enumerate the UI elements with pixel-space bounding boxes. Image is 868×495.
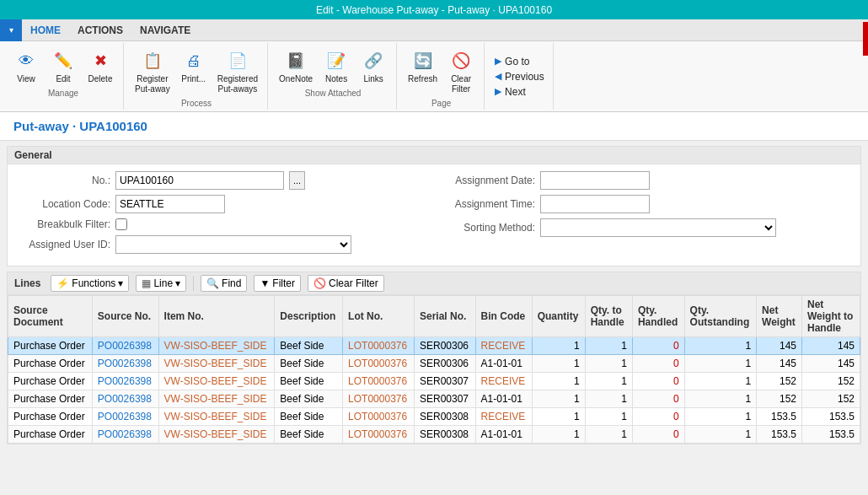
menu-actions[interactable]: ACTIONS <box>69 21 131 40</box>
table-cell: SER00307 <box>414 373 475 390</box>
table-cell: Beef Side <box>275 390 343 408</box>
notes-button[interactable]: 📝 Notes <box>319 45 354 87</box>
previous-button[interactable]: ◀ Previous <box>491 69 548 84</box>
table-cell: Purchase Order <box>8 337 93 355</box>
page-group-label: Page <box>431 99 451 108</box>
no-row: No.: ... <box>18 171 426 190</box>
col-header-serial-no: Serial No. <box>414 296 475 337</box>
menu-home[interactable]: HOME <box>22 21 69 40</box>
assigned-user-label: Assigned User ID: <box>18 239 110 250</box>
edit-icon: ✏️ <box>50 47 77 74</box>
sorting-method-select[interactable] <box>540 218 776 237</box>
table-row[interactable]: Purchase OrderPO0026398VW-SISO-BEEF_SIDE… <box>8 390 860 408</box>
lines-clear-filter-button[interactable]: 🚫 Clear Filter <box>308 275 384 292</box>
table-row[interactable]: Purchase OrderPO0026398VW-SISO-BEEF_SIDE… <box>8 337 860 355</box>
table-cell: VW-SISO-BEEF_SIDE <box>158 355 275 373</box>
edit-button[interactable]: ✏️ Edit <box>46 45 81 87</box>
table-cell: 153.5 <box>802 408 860 426</box>
table-cell: LOT0000376 <box>343 373 415 390</box>
table-cell: 145 <box>802 355 860 373</box>
table-cell: 1 <box>532 390 585 408</box>
accent-bar <box>863 22 868 56</box>
table-cell: 1 <box>684 373 757 390</box>
location-code-input[interactable] <box>115 195 225 213</box>
table-cell: A1-01-01 <box>475 426 532 444</box>
functions-button[interactable]: ⚡ Functions ▾ <box>51 275 129 292</box>
clear-filter-button[interactable]: 🚫 ClearFilter <box>443 45 479 97</box>
table-row[interactable]: Purchase OrderPO0026398VW-SISO-BEEF_SIDE… <box>8 408 860 426</box>
ribbon: 👁 View ✏️ Edit ✖ Delete Manage 📋 Registe… <box>0 41 868 112</box>
previous-arrow-icon: ◀ <box>495 71 501 82</box>
goto-arrow-icon: ▶ <box>495 56 501 67</box>
refresh-label: Refresh <box>408 74 437 84</box>
ribbon-group-manage: 👁 View ✏️ Edit ✖ Delete Manage <box>3 43 124 110</box>
next-arrow-icon: ▶ <box>495 86 501 97</box>
refresh-button[interactable]: 🔄 Refresh <box>404 45 442 87</box>
register-putaway-button[interactable]: 📋 RegisterPut-away <box>131 45 174 97</box>
table-cell: VW-SISO-BEEF_SIDE <box>158 337 275 355</box>
view-icon: 👁 <box>13 47 40 74</box>
no-input[interactable] <box>115 171 284 190</box>
assignment-date-label: Assignment Date: <box>442 175 535 186</box>
delete-icon: ✖ <box>87 47 114 74</box>
line-button[interactable]: ▦ Line ▾ <box>136 275 186 292</box>
no-label: No.: <box>18 175 110 186</box>
table-cell: Beef Side <box>275 337 343 355</box>
menu-navigate[interactable]: NAVIGATE <box>131 21 199 40</box>
general-section-header[interactable]: General <box>8 147 860 164</box>
delete-button[interactable]: ✖ Delete <box>83 45 118 87</box>
table-cell: 152 <box>802 390 860 408</box>
lines-section-label: Lines <box>14 277 40 289</box>
assignment-time-row: Assignment Time: <box>442 195 850 213</box>
breakbulk-checkbox[interactable] <box>115 218 127 230</box>
refresh-icon: 🔄 <box>410 47 437 74</box>
table-cell: SER00306 <box>414 355 475 373</box>
table-cell: 1 <box>585 355 632 373</box>
view-button[interactable]: 👁 View <box>8 45 44 87</box>
assigned-user-select[interactable] <box>115 235 351 254</box>
col-header-net-weight: NetWeight <box>757 296 802 337</box>
general-right-column: Assignment Date: Assignment Time: Sortin… <box>442 171 850 259</box>
line-arrow-icon: ▾ <box>175 277 180 289</box>
next-button[interactable]: ▶ Next <box>491 84 548 100</box>
goto-label: Go to <box>505 56 529 67</box>
table-cell: 1 <box>532 355 585 373</box>
manage-buttons: 👁 View ✏️ Edit ✖ Delete <box>8 45 118 87</box>
table-cell: Purchase Order <box>8 390 93 408</box>
table-cell: Beef Side <box>275 408 343 426</box>
menu-arrow-btn[interactable]: ▾ <box>0 19 22 41</box>
table-cell: 1 <box>684 426 757 444</box>
table-row[interactable]: Purchase OrderPO0026398VW-SISO-BEEF_SIDE… <box>8 426 860 444</box>
table-row[interactable]: Purchase OrderPO0026398VW-SISO-BEEF_SIDE… <box>8 355 860 373</box>
next-label: Next <box>505 86 526 98</box>
no-ellipsis-button[interactable]: ... <box>289 171 305 190</box>
links-button[interactable]: 🔗 Links <box>356 45 391 87</box>
line-label: Line <box>153 277 173 289</box>
print-button[interactable]: 🖨 Print... <box>176 45 212 87</box>
table-cell: Purchase Order <box>8 355 93 373</box>
table-cell: Purchase Order <box>8 408 93 426</box>
col-header-qty-handle: Qty. toHandle <box>585 296 632 337</box>
filter-button[interactable]: ▼ Filter <box>254 275 301 292</box>
table-cell: PO0026398 <box>92 373 158 390</box>
registered-icon: 📄 <box>224 47 251 74</box>
assignment-date-input[interactable] <box>540 171 650 190</box>
menu-bar: ▾ HOME ACTIONS NAVIGATE <box>0 19 868 41</box>
title-bar: Edit - Warehouse Put-away - Put-away · U… <box>0 0 868 19</box>
assigned-user-row: Assigned User ID: <box>18 235 426 254</box>
clear-filter-icon: 🚫 <box>447 47 474 74</box>
table-row[interactable]: Purchase OrderPO0026398VW-SISO-BEEF_SIDE… <box>8 373 860 390</box>
lines-clear-filter-label: Clear Filter <box>329 277 378 289</box>
find-label: Find <box>222 277 241 289</box>
goto-button[interactable]: ▶ Go to <box>491 54 548 69</box>
registered-putaways-button[interactable]: 📄 RegisteredPut-aways <box>213 45 262 97</box>
table-cell: PO0026398 <box>92 390 158 408</box>
find-button[interactable]: 🔍 Find <box>201 275 247 292</box>
onenote-button[interactable]: 📓 OneNote <box>275 45 317 87</box>
table-cell: 145 <box>802 337 860 355</box>
table-cell: LOT0000376 <box>343 355 415 373</box>
assignment-time-input[interactable] <box>540 195 650 213</box>
table-cell: 1 <box>684 408 757 426</box>
col-header-quantity: Quantity <box>532 296 585 337</box>
breakbulk-label: Breakbulk Filter: <box>18 218 110 230</box>
